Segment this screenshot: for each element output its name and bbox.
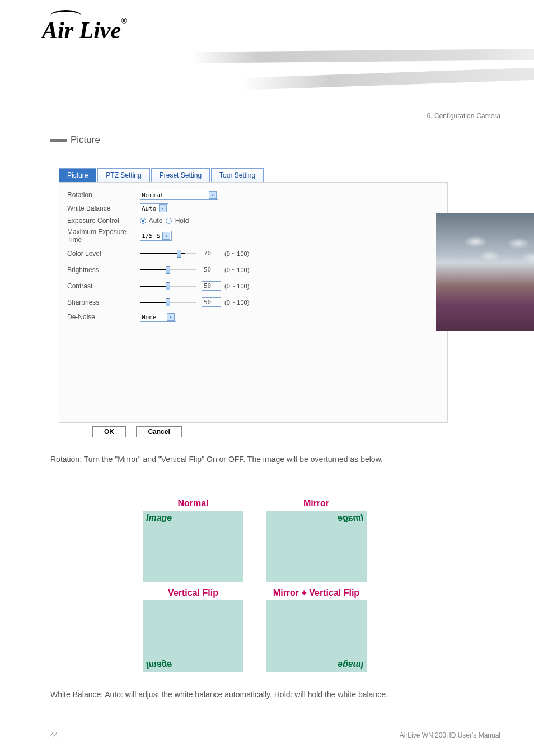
cancel-button[interactable]: Cancel [136,426,181,437]
form-panel: Rotation Normal ▾ White Balance Auto ▾ E… [59,182,448,423]
header-band [190,49,534,63]
tab-tour[interactable]: Tour Setting [211,168,264,182]
contrast-slider[interactable] [140,286,196,287]
denoise-label: De-Noise [67,313,140,321]
exposure-auto-radio[interactable]: Auto [140,217,162,225]
diagram-vflip-title: Vertical Flip [143,588,243,598]
color-level-slider[interactable] [140,253,196,254]
tab-bar: Picture PTZ Setting Preset Setting Tour … [59,168,448,182]
diagram-mirror-box: Image [266,511,367,582]
white-balance-description: White Balance: Auto: will adjust the whi… [50,689,500,700]
range-text: (0 ~ 100) [224,299,249,306]
rotation-select[interactable]: Normal ▾ [140,190,218,200]
diagram-label: Image [146,660,172,670]
camera-preview [436,213,534,331]
diagram-vflip-box: Image [143,600,243,672]
diagram-mvflip-title: Mirror + Vertical Flip [266,588,367,598]
range-text: (0 ~ 100) [224,283,249,290]
brightness-slider[interactable] [140,269,196,270]
sharpness-slider[interactable] [140,302,196,303]
tab-ptz[interactable]: PTZ Setting [97,168,149,182]
chevron-down-icon: ▾ [167,313,175,321]
range-text: (0 ~ 100) [224,267,249,273]
settings-screenshot: Picture PTZ Setting Preset Setting Tour … [59,168,448,437]
ok-button[interactable]: OK [92,426,126,437]
tab-preset[interactable]: Preset Setting [151,168,210,182]
page-footer: 44 AirLive WN 200HD User's Manual [50,731,500,739]
diagram-normal-box: Image [143,511,243,582]
header-band-2 [241,68,534,90]
chapter-title: 6. Configuration-Camera [427,112,500,120]
diagram-normal-title: Normal [143,498,243,508]
diagram-label: Image [338,513,363,523]
sharpness-value[interactable]: 50 [202,297,221,307]
diagram-mirror-title: Mirror [266,498,367,508]
diagram-row-2: Vertical Flip Image Mirror + Vertical Fl… [143,588,367,672]
contrast-value[interactable]: 50 [202,281,221,291]
rotation-description: Rotation: Turn the "Mirror" and "Vertica… [50,454,500,465]
rotation-label: Rotation [67,191,140,199]
sharpness-label: Sharpness [67,298,140,306]
range-text: (0 ~ 100) [224,250,249,257]
white-balance-select[interactable]: Auto ▾ [140,203,168,213]
color-level-label: Color Level [67,250,140,258]
brand-logo: Air Live® [42,17,127,44]
diagram-mvflip-box: Image [266,600,367,672]
max-exposure-select[interactable]: 1/5 S ▾ [140,231,172,241]
chevron-down-icon: ▾ [209,191,217,199]
max-exposure-label: Maximum Exposure Time [67,228,140,244]
white-balance-label: White Balance [67,204,140,212]
diagram-row-1: Normal Image Mirror Image [143,498,367,582]
brightness-label: Brightness [67,266,140,274]
exposure-hold-radio[interactable]: Hold [166,217,189,225]
tab-picture[interactable]: Picture [59,168,96,182]
denoise-select[interactable]: None ▾ [140,312,176,322]
page-number: 44 [50,731,58,739]
contrast-label: Contrast [67,282,140,290]
footer-product: AirLive WN 200HD User's Manual [400,731,500,739]
section-title: Picture [50,134,100,146]
color-level-value[interactable]: 70 [202,249,221,258]
diagram-label: Image [338,660,363,670]
exposure-label: Exposure Control [67,217,140,225]
chevron-down-icon: ▾ [159,204,167,212]
chevron-down-icon: ▾ [162,232,170,240]
brightness-value[interactable]: 50 [202,265,221,274]
diagram-label: Image [146,513,172,523]
